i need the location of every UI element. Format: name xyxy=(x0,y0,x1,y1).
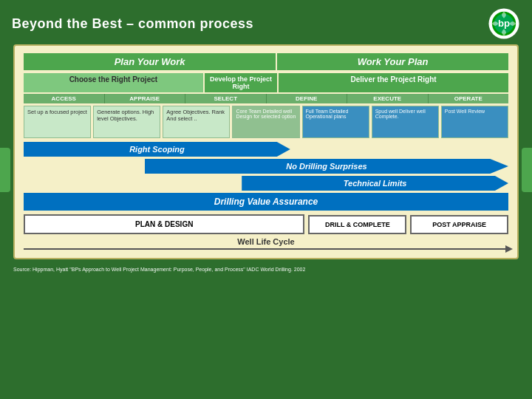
no-drilling-banner: No Drilling Surprises xyxy=(145,159,508,174)
content-appraise: Generate options. High level Objectives. xyxy=(93,106,160,138)
side-handle-right xyxy=(522,148,532,192)
stage-execute: EXECUTE xyxy=(347,94,429,103)
bp-logo-icon: bp xyxy=(488,7,520,40)
plan-your-work-label: Plan Your Work xyxy=(24,53,276,70)
deliver-right-label: Deliver the Project Right xyxy=(279,73,508,92)
side-handle-left xyxy=(0,148,10,192)
page-title: Beyond the Best – common process xyxy=(12,16,253,32)
footer-source: Source: Hippman, Hyatt "BPs Approach to … xyxy=(0,265,532,273)
header-bar: Beyond the Best – common process bp xyxy=(0,0,532,44)
tech-limits-row: Technical Limits xyxy=(24,176,508,191)
main-card: Plan Your Work Work Your Plan Choose the… xyxy=(13,44,519,259)
content-spud: Spud well Deliver well Complete. xyxy=(372,106,439,138)
develop-right-label: Develop the Project Right xyxy=(205,73,277,92)
stage-row: ACCESS APPRAISE SELECT DEFINE EXECUTE OP… xyxy=(24,94,508,103)
tech-limits-banner: Technical Limits xyxy=(242,176,508,191)
choose-right-label: Choose the Right Project xyxy=(24,73,203,92)
lifecycle-arrow xyxy=(24,248,508,250)
dva-banner: Drilling Value Assurance xyxy=(24,193,508,211)
content-row: Set up a focused project Generate option… xyxy=(24,106,508,138)
right-scoping-row: Right Scoping xyxy=(24,142,508,157)
right-scoping-banner: Right Scoping xyxy=(24,142,290,157)
well-life-cycle-label: Well Life Cycle xyxy=(24,237,508,246)
content-post: Post Well Review xyxy=(441,106,508,138)
lifecycle-plan-design: PLAN & DESIGN xyxy=(24,214,304,234)
top-section: Plan Your Work Work Your Plan xyxy=(24,53,508,70)
lifecycle-row: PLAN & DESIGN DRILL & COMPLETE POST APPR… xyxy=(24,214,508,234)
content-define: Core Team Detailed well Design for selec… xyxy=(232,106,299,138)
stage-define: DEFINE xyxy=(267,94,348,103)
stage-access: ACCESS xyxy=(24,94,105,103)
no-drilling-row: No Drilling Surprises xyxy=(24,159,508,174)
arrow-line-inner xyxy=(24,248,508,250)
content-access: Set up a focused project xyxy=(24,106,91,138)
stage-operate: OPERATE xyxy=(429,94,509,103)
work-your-plan-label: Work Your Plan xyxy=(277,53,508,70)
phase-row: Choose the Right Project Develop the Pro… xyxy=(24,73,508,92)
content-select: Agree Objectives. Rank And select .. xyxy=(163,106,230,138)
lifecycle-drill-complete: DRILL & COMPLETE xyxy=(308,215,406,234)
lifecycle-post-appraise: POST APPRAISE xyxy=(410,215,508,234)
stage-appraise: APPRAISE xyxy=(105,94,186,103)
content-execute: Full Team Detailed Operational plans xyxy=(302,106,369,138)
stage-select: SELECT xyxy=(185,94,267,103)
svg-text:bp: bp xyxy=(498,18,510,29)
